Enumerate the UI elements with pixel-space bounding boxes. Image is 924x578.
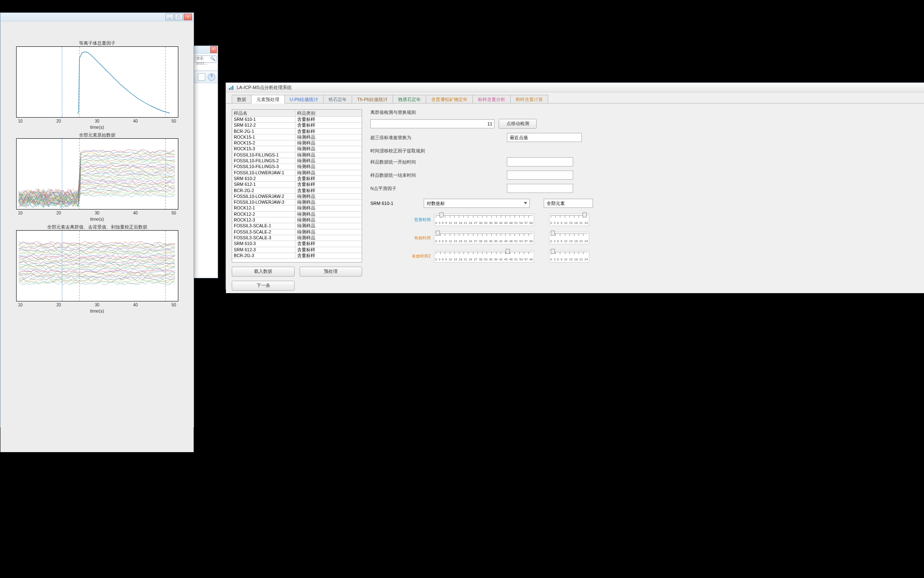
table-row[interactable]: SRM 610-2含量标样 <box>232 176 362 182</box>
background-titlebar[interactable]: × <box>194 46 218 54</box>
app-titlebar[interactable]: LA-ICP-MS点分析处理系统 <box>226 83 924 92</box>
coordinate-dropdown[interactable]: 对数坐标 <box>424 199 530 208</box>
eff-time2-slider-a[interactable]: 03691215182124273033363942454851545760 <box>434 250 534 263</box>
eff-time2-slider-b[interactable]: 03691215182124 <box>549 250 589 263</box>
bg-time-slider-b[interactable]: 03691215182124 <box>549 214 589 226</box>
preprocess-button[interactable]: 预处理 <box>300 267 362 277</box>
plot-xlabel: time(s) <box>17 308 178 313</box>
start-time-input[interactable] <box>507 157 573 166</box>
table-header: 样品名 样品类别 <box>232 110 362 117</box>
maximize-icon[interactable]: □ <box>175 14 183 20</box>
plot-title: 等离子体总量因子 <box>17 40 178 46</box>
tab-元素预处理[interactable]: 元素预处理 <box>251 95 285 104</box>
plot-total-factor: 等离子体总量因子 10 20 30 40 50 time(s) <box>16 46 178 118</box>
plot-xlabel: time(s) <box>17 125 178 130</box>
tab-独居石定年[interactable]: 独居石定年 <box>393 95 426 103</box>
table-row[interactable]: SRM 612-3含量标样 <box>232 247 362 253</box>
table-row[interactable]: SRM 610-3含量标样 <box>232 241 362 247</box>
plot-title: 全部元素去离群值、去背景值、剥蚀量校正后数据 <box>17 224 178 230</box>
svg-rect-10 <box>230 87 232 90</box>
app-title: LA-ICP-MS点分析处理系统 <box>237 84 292 91</box>
elements-dropdown[interactable]: 全部元素 <box>544 199 593 208</box>
table-row[interactable]: SRM 612-1含量标样 <box>232 182 362 188</box>
plot-raw-elements: 全部元素原始数据 10 20 30 40 50 time(s) <box>16 138 178 210</box>
eff-time-slider-b[interactable]: 03691215182124 <box>549 232 589 244</box>
table-row[interactable]: ROCK12-2待测样品 <box>232 212 362 217</box>
outlier-points-input[interactable] <box>370 119 494 128</box>
table-row[interactable]: ROCK15-1待测样品 <box>232 135 362 140</box>
search-icon[interactable]: 🔍 <box>210 56 215 61</box>
table-row[interactable]: FOSSIL10-LOWERJAW-3待测样品 <box>232 200 362 205</box>
tab-剩样含量计算[interactable]: 剩样含量计算 <box>510 95 548 103</box>
sample-table[interactable]: 样品名 样品类别 SRM 610-1含量标样SRM 612-2含量标样BCR-2… <box>232 109 362 263</box>
bg-time-slider-a[interactable]: 03691215182124273033363942454851545760 <box>434 214 534 226</box>
app-window: LA-ICP-MS点分析处理系统 数据元素预处理U-Pb比值统计锆石定年Th-P… <box>226 82 924 289</box>
smooth-label: N点平滑因子 <box>370 185 416 192</box>
table-row[interactable]: SRM 610-1含量标样 <box>232 117 362 123</box>
table-row[interactable]: FOSSIL10-FILLINGS-3待测样品 <box>232 164 362 170</box>
table-row[interactable]: ROCK12-3待测样品 <box>232 217 362 223</box>
table-row[interactable]: SRM 612-2含量标样 <box>232 123 362 128</box>
bg-time-label: 背景时间 <box>406 214 431 223</box>
replace-method-dropdown[interactable]: 最近点值 <box>507 133 582 142</box>
eff-time-label: 有效时间 <box>406 232 431 241</box>
table-row[interactable]: FOSSIL10-FILLINGS-2待测样品 <box>232 158 362 164</box>
table-row[interactable]: FOSSIL10-LOWERJAW-2待测样品 <box>232 194 362 200</box>
table-row[interactable]: ROCK15-3待测样品 <box>232 146 362 152</box>
background-window: × 搜索 2022... 🔍 ? <box>193 46 218 278</box>
table-row[interactable]: BCR-2G-1含量标样 <box>232 129 362 135</box>
table-row[interactable]: BCR-2G-2含量标样 <box>232 188 362 194</box>
window-icon[interactable] <box>198 73 205 81</box>
minimize-icon[interactable]: _ <box>166 14 174 20</box>
drift-section-label: 时间漂移校正因子提取规则 <box>370 148 919 154</box>
tab-标样含量分析[interactable]: 标样含量分析 <box>473 95 511 103</box>
table-row[interactable]: FOSSIL10-FILLINGS-1待测样品 <box>232 152 362 158</box>
eff-time2-label: 有效时间2 <box>406 250 431 259</box>
next-button[interactable]: 下一条 <box>232 281 295 291</box>
plot-xticks: 10 20 30 40 50 <box>17 303 178 307</box>
plot-corrected-elements: 全部元素去离群值、去背景值、剥蚀量校正后数据 10 20 30 40 50 ti… <box>16 230 178 301</box>
close-icon[interactable]: × <box>210 46 217 53</box>
background-toolbar: ? <box>194 71 218 83</box>
table-row[interactable]: ROCK12-1待测样品 <box>232 205 362 211</box>
table-row[interactable]: ROCK15-2待测样品 <box>232 140 362 146</box>
smooth-factor-input[interactable] <box>507 184 573 193</box>
start-time-label: 样品数据统一开始时间 <box>370 159 416 165</box>
svg-rect-9 <box>229 88 230 90</box>
plot-xticks: 10 20 30 40 50 <box>17 119 178 123</box>
end-time-input[interactable] <box>507 171 573 180</box>
tab-Th-Pb比值统计[interactable]: Th-Pb比值统计 <box>352 95 393 103</box>
end-time-label: 样品数据统一结束时间 <box>370 172 416 178</box>
tab-数据[interactable]: 数据 <box>232 95 252 103</box>
figure-titlebar[interactable]: _ □ × <box>0 13 194 22</box>
outlier-section-label: 离群值检测与替换规则 <box>370 109 919 116</box>
search-placeholder: 搜索 2022... <box>196 56 208 65</box>
chevron-down-icon <box>524 202 527 204</box>
point-move-detect-button[interactable]: 点移动检测 <box>499 119 537 129</box>
tab-bar: 数据元素预处理U-Pb比值统计锆石定年Th-Pb比值统计独居石定年含普通铅矿物定… <box>226 92 924 104</box>
table-row[interactable]: FOSSIL3-SCALE-3待测样品 <box>232 235 362 241</box>
table-row[interactable]: FOSSIL10-LOWERJAW-1待测样品 <box>232 170 362 176</box>
plot-xticks: 10 20 30 40 50 <box>17 211 178 215</box>
current-sample-label: SRM 610-1 <box>370 201 418 206</box>
figure-window: _ □ × 等离子体总量因子 10 20 30 40 50 time(s) <box>0 12 194 427</box>
eff-time-slider-a[interactable]: 03691215182124273033363942454851545760 <box>434 232 534 244</box>
svg-rect-11 <box>232 86 233 90</box>
tab-含普通铅矿物定年[interactable]: 含普通铅矿物定年 <box>426 95 473 103</box>
table-row[interactable]: FOSSIL3-SCALE-2待测样品 <box>232 229 362 235</box>
table-row[interactable]: BCR-2G-3含量标样 <box>232 253 362 259</box>
table-row[interactable]: FOSSIL3-SCALE-1待测样品 <box>232 223 362 229</box>
plot-xlabel: time(s) <box>17 217 178 222</box>
help-icon[interactable]: ? <box>208 73 215 81</box>
tab-U-Pb比值统计[interactable]: U-Pb比值统计 <box>284 95 324 103</box>
plot-title: 全部元素原始数据 <box>17 132 178 138</box>
search-input[interactable]: 搜索 2022... 🔍 <box>195 55 216 63</box>
load-data-button[interactable]: 载入数据 <box>232 267 295 277</box>
tab-锆石定年[interactable]: 锆石定年 <box>323 95 352 103</box>
close-icon[interactable]: × <box>184 14 192 20</box>
replace-label: 超三倍标准差替换为 <box>370 135 416 141</box>
app-icon <box>228 84 234 90</box>
